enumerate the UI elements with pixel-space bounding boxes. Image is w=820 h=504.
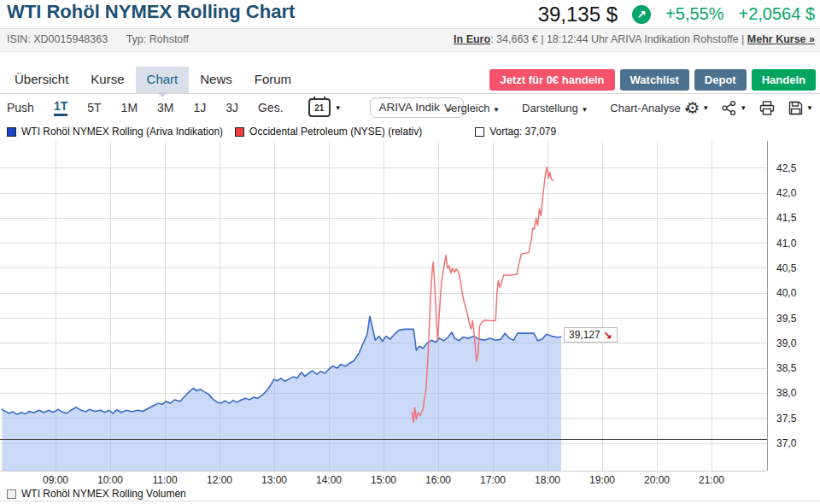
y-tick-label: 41,0 (776, 237, 797, 249)
y-tick-label: 40,0 (776, 287, 797, 299)
x-tick-label: 19:00 (589, 474, 615, 486)
range-push[interactable]: Push (7, 101, 34, 114)
in-euro-link[interactable]: In Euro (454, 33, 490, 45)
y-tick-label: 39,5 (776, 313, 797, 325)
chevron-down-icon: ▼ (581, 106, 588, 114)
volume-legend: WTI Rohöl NYMEX Rolling Volumen (7, 488, 186, 500)
save-icon (788, 100, 804, 116)
euro-quote-line: In Euro: 34,663 € | 18:12:44 Uhr ARIVA I… (454, 29, 815, 50)
y-tick-label: 41,5 (776, 212, 797, 224)
tab-kurse[interactable]: Kurse (79, 67, 135, 93)
chart-legend: WTI Rohöl NYMEX Rolling (Ariva Indikatio… (7, 123, 568, 140)
menu-chart-analyse[interactable]: Chart-Analyse ▼ (610, 102, 690, 114)
y-tick-label: 37,0 (776, 437, 797, 449)
print-button[interactable] (758, 100, 776, 116)
legend-item: WTI Rohöl NYMEX Rolling (Ariva Indikatio… (7, 126, 223, 138)
menu-vergleich[interactable]: Vergleich ▼ (444, 102, 500, 114)
tab-chart[interactable]: Chart (136, 67, 190, 93)
button-watchlist[interactable]: Watchlist (620, 69, 689, 91)
chevron-down-icon: ▼ (740, 104, 747, 112)
y-tick-label: 38,5 (776, 362, 797, 374)
share-dropdown[interactable]: ▼ (721, 100, 747, 116)
range-3j[interactable]: 3J (226, 101, 238, 114)
range-3m[interactable]: 3M (157, 101, 173, 114)
arrow-up-right-icon: ↗ (632, 5, 651, 24)
page-title: WTI Rohöl NYMEX Rolling Chart (7, 1, 295, 23)
settings-dropdown[interactable]: ⚙ ▼ (685, 100, 709, 116)
chevron-down-icon: ▼ (335, 104, 342, 112)
indicator-select-value: ARIVA Indik (379, 101, 440, 114)
x-tick-label: 15:00 (371, 474, 396, 486)
toolbar-icons: ⚙ ▼ ▼ (685, 94, 813, 121)
range-5t[interactable]: 5T (87, 101, 101, 114)
price-chart-plot[interactable]: 37,037,538,038,539,039,540,040,541,041,5… (0, 141, 820, 504)
isin-label: ISIN: XD0015948363 (7, 33, 108, 45)
calendar-dropdown[interactable]: 21▼ (308, 98, 342, 117)
arrow-down-right-icon: ↘ (604, 329, 612, 341)
y-tick-label: 37,5 (776, 413, 797, 425)
tab-news[interactable]: News (189, 67, 243, 93)
mehr-kurse-link[interactable]: Mehr Kurse » (747, 33, 815, 45)
current-price: 39,135 $ (538, 3, 618, 26)
y-tick-label: 42,0 (776, 187, 797, 199)
y-tick-label: 39,0 (776, 337, 797, 349)
y-tick-label: 42,5 (776, 162, 797, 174)
x-tick-label: 14:00 (316, 474, 342, 486)
instrument-info-bar: ISIN: XD0015948363 Typ: Rohstoff In Euro… (0, 28, 820, 52)
chevron-down-icon: ▼ (702, 104, 709, 112)
button-handeln[interactable]: Handeln (752, 69, 816, 91)
button-depot[interactable]: Depot (694, 69, 747, 91)
chevron-down-icon: ▼ (493, 106, 500, 114)
last-price-value: 39,127 (569, 329, 600, 341)
y-tick-label: 40,5 (776, 262, 797, 274)
range-1j[interactable]: 1J (194, 101, 207, 114)
legend-swatch (475, 127, 484, 137)
y-tick-label: 38,0 (776, 387, 797, 399)
menu-darstellung[interactable]: Darstellung ▼ (522, 102, 588, 114)
legend-swatch (235, 127, 244, 137)
nav-action-buttons: Jetzt für 0€ handelnWatchlistDepotHandel… (489, 69, 816, 91)
volume-legend-swatch (7, 489, 16, 499)
volume-legend-label: WTI Rohöl NYMEX Rolling Volumen (21, 488, 186, 500)
x-tick-label: 18:00 (535, 474, 560, 486)
quote-block: 39,135 $ ↗ +5,55% +2,0564 $ (538, 0, 815, 28)
change-absolute: +2,0564 $ (738, 4, 815, 24)
typ-label: Typ: Rohstoff (126, 33, 189, 45)
legend-item: Vortag: 37,079 (475, 126, 556, 138)
x-tick-label: 20:00 (644, 474, 670, 486)
save-dropdown[interactable]: ▼ (788, 100, 813, 116)
range-ges[interactable]: Ges. (258, 101, 284, 114)
legend-label: WTI Rohöl NYMEX Rolling (Ariva Indikatio… (21, 126, 223, 138)
isin-typ: ISIN: XD0015948363 Typ: Rohstoff (7, 29, 189, 50)
nav-tabs: ÜbersichtKurseChartNewsForum (3, 67, 302, 93)
chart-menus: Vergleich ▼Darstellung ▼Chart-Analyse ▼ (444, 94, 690, 121)
last-price-flag: 39,127 ↘ (564, 327, 618, 343)
chart-toolbar: Push1T5T1M3M1J3JGes.21▼ARIVA Indik⌄ Verg… (0, 94, 820, 121)
print-icon (758, 100, 776, 116)
nav-bar: ÜbersichtKurseChartNewsForum Jetzt für 0… (0, 67, 820, 94)
legend-label: Vortag: 37,079 (489, 126, 556, 138)
x-tick-label: 17:00 (480, 474, 506, 486)
x-tick-label: 09:00 (43, 474, 68, 486)
share-icon (721, 100, 737, 116)
tab-forum[interactable]: Forum (243, 67, 302, 93)
tab-übersicht[interactable]: Übersicht (3, 67, 79, 93)
x-tick-label: 12:00 (207, 474, 232, 486)
x-tick-label: 11:00 (152, 474, 177, 486)
x-tick-label: 10:00 (97, 474, 123, 486)
x-tick-label: 13:00 (261, 474, 287, 486)
range-1m[interactable]: 1M (121, 101, 138, 114)
change-percent: +5,55% (665, 4, 723, 24)
legend-swatch (7, 127, 16, 137)
calendar-icon: 21 (308, 98, 331, 117)
legend-label: Occidental Petroleum (NYSE) (relativ) (249, 126, 422, 138)
range-selector: Push1T5T1M3M1J3JGes.21▼ARIVA Indik⌄ (7, 94, 464, 121)
bottom-divider (0, 501, 820, 501)
x-tick-label: 21:00 (699, 474, 724, 486)
chevron-down-icon: ▼ (806, 104, 813, 112)
euro-quote-text: : 34,663 € | 18:12:44 Uhr ARIVA Indikati… (490, 33, 747, 45)
button-jetzt-f-r-0-handeln[interactable]: Jetzt für 0€ handeln (489, 69, 614, 91)
gear-icon: ⚙ (685, 100, 700, 116)
page: WTI Rohöl NYMEX Rolling Chart 39,135 $ ↗… (0, 0, 820, 504)
range-1t[interactable]: 1T (54, 99, 67, 116)
